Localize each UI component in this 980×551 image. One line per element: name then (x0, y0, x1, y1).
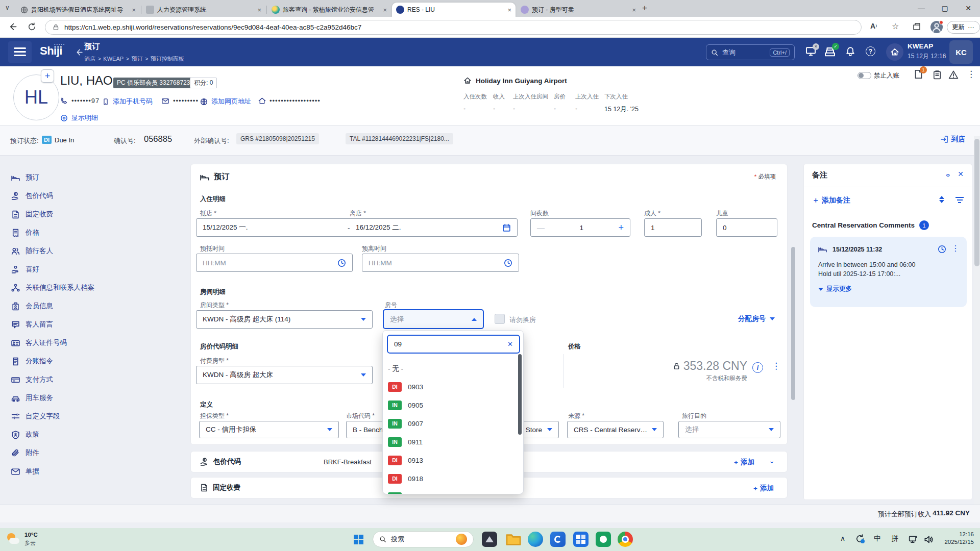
property-code[interactable]: KWEAP (908, 42, 933, 50)
sidebar-item-policies[interactable]: 政策 (11, 425, 180, 444)
show-details-link[interactable]: 显示明细 (60, 113, 98, 122)
weather-temp[interactable]: 10°C (24, 532, 38, 538)
price-more-icon[interactable]: ⋮ (772, 361, 780, 371)
window-close-icon[interactable]: ✕ (957, 0, 980, 16)
sidebar-item-rates[interactable]: 价格 (11, 223, 180, 242)
purpose-select[interactable]: 选择 (678, 421, 780, 438)
folio-alert-icon[interactable]: 1 (914, 69, 923, 79)
expand-panel-icon[interactable]: ‹› (946, 171, 949, 179)
tab-close-icon[interactable]: × (507, 6, 511, 14)
sidebar-item-package-codes[interactable]: 包价代码 (11, 187, 180, 205)
external-conf-chip[interactable]: TAL #1128144469022231|FS|2180... (346, 133, 453, 144)
file-explorer-icon[interactable] (506, 532, 521, 547)
history-clock-icon[interactable] (938, 245, 946, 254)
sidebar-item-attachments[interactable]: 附件 (11, 444, 180, 462)
tray-clock-time[interactable]: 12:16 (941, 531, 974, 537)
browser-tab-2[interactable]: 人力资源管理系统 × (142, 3, 265, 17)
home-property-icon[interactable] (886, 43, 903, 61)
clock-icon[interactable] (337, 259, 346, 267)
user-avatar[interactable]: KC (949, 40, 973, 64)
tray-sync-icon[interactable] (855, 534, 865, 543)
dropdown-scrollbar[interactable] (518, 354, 522, 435)
room-option-none[interactable]: - 无 - (383, 361, 523, 377)
add-note-button[interactable]: ＋添加备注 (812, 196, 850, 205)
sort-icon[interactable] (939, 196, 944, 203)
taskbar-app-green[interactable] (596, 532, 611, 547)
room-option[interactable]: IN0907 (383, 414, 523, 433)
clear-search-icon[interactable]: ✕ (507, 340, 513, 348)
sidebar-item-transportation[interactable]: 用车服务 (11, 389, 180, 407)
guarantee-select[interactable]: CC - 信用卡担保 (199, 421, 339, 438)
edge-icon[interactable] (528, 532, 543, 547)
favorite-star-icon[interactable]: ☆ (892, 21, 899, 31)
breadcrumb-hotel[interactable]: 酒店 (84, 56, 95, 62)
room-search-box[interactable]: ✕ (387, 335, 520, 354)
etd-field[interactable]: HH:MM (362, 254, 519, 272)
sidebar-item-reservation[interactable]: 预订 (11, 168, 180, 187)
chrome-icon[interactable] (618, 532, 633, 547)
eta-field[interactable]: HH:MM (196, 254, 353, 272)
browser-profile-avatar[interactable] (930, 21, 943, 33)
children-field[interactable]: 0 (716, 218, 777, 237)
refresh-icon[interactable] (28, 22, 36, 31)
decrease-icon[interactable]: — (537, 223, 545, 232)
browser-tab-5[interactable]: 预订 - 房型可卖 × (517, 3, 640, 17)
room-option[interactable]: DI0918 (383, 469, 523, 488)
room-number-select-open[interactable]: 选择 (383, 309, 484, 329)
weather-condition[interactable]: 多云 (24, 539, 36, 547)
filter-icon[interactable] (955, 197, 964, 203)
profile-more-icon[interactable]: ⋮ (967, 69, 975, 80)
browser-tab-1[interactable]: 贵阳机场智选假日酒店系统网址导 × (16, 3, 140, 17)
sidebar-item-membership[interactable]: 会员信息 (11, 297, 180, 315)
sidebar-item-payment-methods[interactable]: 支付方式 (11, 370, 180, 389)
window-minimize-icon[interactable]: — (910, 0, 933, 16)
room-type-select[interactable]: KWDN - 高级房 超大床 (114) (196, 310, 373, 329)
sidebar-item-preferences[interactable]: 喜好 (11, 260, 180, 279)
new-tab-icon[interactable]: + (642, 3, 647, 13)
window-maximize-icon[interactable]: ▢ (933, 0, 957, 16)
notifications-bell-icon[interactable] (845, 46, 855, 57)
tray-expand-icon[interactable]: ∧ (840, 534, 845, 542)
ime-mode-indicator[interactable]: 拼 (891, 534, 898, 543)
network-icon[interactable] (909, 535, 918, 544)
page-scrollbar-thumb[interactable] (974, 139, 979, 266)
add-fixed-charge-button[interactable]: +添加 (753, 484, 774, 493)
taskbar-app-dark[interactable] (482, 532, 497, 547)
back-arrow-icon[interactable] (75, 48, 83, 57)
expand-chevron-icon[interactable]: ⌄ (769, 457, 775, 465)
date-range-field[interactable]: 15/12/2025 一. - 16/12/2025 二. (196, 218, 518, 237)
paytype-select[interactable]: KWDN - 高级房 超大床 (196, 366, 373, 384)
checkin-button[interactable]: 到店 (940, 135, 965, 144)
calendar-icon[interactable] (502, 223, 511, 232)
room-option[interactable]: IN0905 (383, 396, 523, 414)
sidebar-item-accompanying-guests[interactable]: 随行客人 (11, 242, 180, 260)
tab-list-chevron-icon[interactable]: ∨ (5, 4, 10, 11)
adults-field[interactable]: 1 (644, 218, 702, 237)
browser-tab-4-active[interactable]: RES - LIU × (392, 3, 516, 17)
breadcrumb-property[interactable]: KWEAP (103, 56, 124, 62)
source-select[interactable]: CRS - Central Reservation... (567, 421, 664, 438)
volume-icon[interactable] (924, 535, 934, 544)
read-aloud-icon[interactable]: A⁾ (870, 22, 877, 30)
sidebar-item-custom-fields[interactable]: 自定义字段 (11, 407, 180, 425)
assign-room-button[interactable]: 分配房号 (738, 314, 775, 323)
no-post-toggle[interactable] (857, 72, 871, 79)
note-more-icon[interactable]: ⋮ (951, 243, 960, 253)
sidebar-item-documents[interactable]: 单据 (11, 462, 180, 481)
add-mobile-link[interactable]: 添加手机号码 (102, 97, 153, 106)
room-option[interactable]: DI0903 (383, 378, 523, 396)
sidebar-item-guest-ids[interactable]: 客人证件号码 (11, 334, 180, 352)
ime-language-indicator[interactable]: 中 (874, 534, 881, 543)
add-web-link[interactable]: 添加网页地址 (200, 97, 251, 106)
unlock-icon[interactable] (673, 362, 680, 370)
external-conf-chip[interactable]: GRS #21805098|20251215 (236, 133, 319, 144)
main-scrollbar[interactable] (791, 247, 795, 400)
sidebar-item-guest-messages[interactable]: 客人留言 (11, 315, 180, 334)
room-option[interactable]: IN0911 (383, 433, 523, 451)
global-search[interactable]: 查询 Ctrl+/ (706, 44, 795, 60)
browser-update-button[interactable]: 更新 ⋯ (947, 21, 980, 34)
browser-tab-3[interactable]: 旅客查询 - 紫楠旅馆业治安信息管 × (267, 3, 391, 17)
taskbar-app-grid[interactable] (573, 532, 589, 547)
room-option-partial[interactable]: IN0919 (383, 488, 523, 494)
nights-stepper[interactable]: — 1 + (530, 218, 630, 237)
